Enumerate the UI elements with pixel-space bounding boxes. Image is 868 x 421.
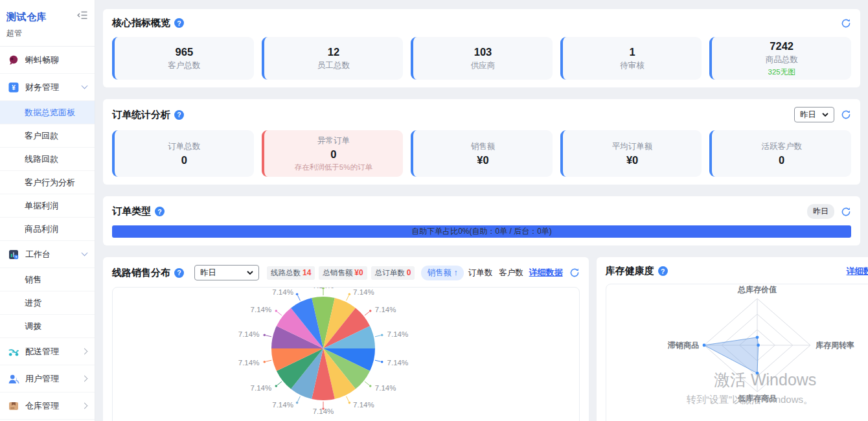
sidebar-subitem-customer-behavior[interactable]: 客户行为分析 — [0, 171, 95, 194]
stat-label: 客户总数 — [168, 60, 200, 71]
route-stat-pill: 线路总数14 — [267, 266, 315, 280]
sidebar-item-delivery[interactable]: 配送管理 — [0, 338, 95, 365]
pie-label: 7.14% — [238, 330, 260, 338]
stat-card: 平均订单额¥0 — [560, 130, 702, 177]
tab-customer-count[interactable]: 客户数 — [497, 266, 525, 280]
stat-label: 商品总数 — [766, 54, 798, 65]
stat-label: 活跃客户数 — [761, 141, 802, 152]
section-header: 库存健康度 ? 详细数据 — [606, 265, 868, 277]
stat-label: 销售额 — [471, 141, 496, 152]
route-pie-chart-box: 7.14%7.14%7.14%7.14%7.14%7.14%7.14%7.14%… — [112, 287, 580, 421]
pie-label: 7.14% — [251, 306, 272, 313]
core-stat-cards: 965客户总数12员工总数103供应商1待审核7242商品总数325无图 — [112, 37, 851, 80]
stat-card: 订单总数0 — [112, 130, 254, 177]
stat-value: ¥0 — [626, 154, 638, 166]
route-pie-chart[interactable]: 7.14%7.14%7.14%7.14%7.14%7.14%7.14%7.14%… — [113, 288, 532, 421]
radar-axis-label: 低库存商品 — [737, 394, 777, 403]
sidebar-subitem-product-profit[interactable]: 商品利润 — [0, 218, 95, 241]
stat-value: 965 — [176, 46, 194, 58]
radar-axis-label: 总库存价值 — [737, 285, 777, 294]
route-stat-pill: 总销售额¥0 — [319, 266, 367, 280]
pie-label: 7.14% — [353, 401, 374, 409]
pie-label: 7.14% — [387, 359, 409, 367]
route-stat-value: 0 — [407, 268, 411, 277]
collapse-sidebar-icon[interactable] — [77, 10, 88, 20]
pie-label: 7.14% — [353, 288, 374, 296]
help-icon[interactable]: ? — [174, 18, 184, 28]
route-stat-pill: 总订单数0 — [371, 266, 415, 280]
orders-period-select[interactable]: 昨日 — [794, 107, 834, 122]
sidebar-subitem-sales[interactable]: 销售 — [0, 268, 95, 291]
inventory-detail-link[interactable]: 详细数据 — [847, 266, 868, 277]
sidebar-item-chat[interactable]: 蝌蚪畅聊 — [0, 47, 95, 74]
pie-label: 7.14% — [238, 359, 260, 367]
stat-label: 订单总数 — [168, 141, 200, 152]
stat-subtext: 存在利润低于5%的订单 — [295, 163, 372, 172]
sidebar-item-warehouse[interactable]: 仓库管理 — [0, 393, 95, 420]
stat-label: 平均订单额 — [612, 141, 653, 152]
tab-sales-amount[interactable]: 销售额 ↑ — [421, 266, 463, 280]
route-period-value: 昨日 — [200, 267, 216, 279]
section-order-stats: 订单统计分析 ? 昨日 订单总数0异常订单0存在利润低于5%的订单销售额¥0平均… — [103, 99, 860, 185]
stat-card: 销售额¥0 — [411, 130, 553, 177]
section-header: 订单统计分析 ? 昨日 — [112, 107, 851, 122]
pie-label: 7.14% — [313, 288, 334, 290]
sidebar-subitem-overview-dashboard[interactable]: 数据总览面板 — [0, 101, 95, 124]
sidebar-menu: 蝌蚪畅聊¥财务管理数据总览面板客户回款线路回款客户行为分析单据利润商品利润工作台… — [0, 47, 95, 420]
inventory-radar-chart[interactable]: 总库存价值库存周转率低库存商品滞销商品 — [606, 284, 868, 421]
delivery-icon — [8, 346, 19, 358]
help-icon[interactable]: ? — [174, 268, 184, 278]
help-icon[interactable]: ? — [155, 207, 165, 216]
svg-text:¥: ¥ — [12, 84, 16, 91]
tab-order-count[interactable]: 订单数 — [466, 266, 495, 280]
section-header: 线路销售分布 ? 昨日 线路总数14总销售额¥0总订单数0 销售额 ↑订单数客户… — [112, 265, 580, 280]
sidebar-subitem-purchase[interactable]: 进货 — [0, 291, 95, 315]
refresh-icon[interactable] — [841, 109, 851, 120]
section-inventory-health: 库存健康度 ? 详细数据 总库存价值库存周转率低库存商品滞销商品 — [597, 257, 868, 421]
route-stat-value: 14 — [303, 268, 311, 277]
section-route-sales: 线路销售分布 ? 昨日 线路总数14总销售额¥0总订单数0 销售额 ↑订单数客户… — [103, 257, 589, 421]
help-icon[interactable]: ? — [658, 266, 668, 276]
chevron-down-icon — [82, 250, 88, 256]
section-title: 线路销售分布 — [112, 267, 170, 279]
sidebar-item-workbench[interactable]: 工作台 — [0, 241, 95, 268]
sidebar-item-finance[interactable]: ¥财务管理 — [0, 74, 95, 101]
bottom-row: 线路销售分布 ? 昨日 线路总数14总销售额¥0总订单数0 销售额 ↑订单数客户… — [103, 257, 860, 421]
route-period-select[interactable]: 昨日 — [194, 265, 259, 280]
sidebar-subitem-order-profit[interactable]: 单据利润 — [0, 194, 95, 218]
section-core-metrics: 核心指标概览 ? 965客户总数12员工总数103供应商1待审核7242商品总数… — [103, 9, 860, 87]
refresh-icon[interactable] — [841, 207, 851, 217]
sidebar-subitem-transfer[interactable]: 调拨 — [0, 315, 95, 338]
finance-icon: ¥ — [8, 82, 19, 93]
pie-label: 7.14% — [313, 407, 334, 415]
section-title: 库存健康度 — [606, 265, 654, 277]
stat-label: 待审核 — [620, 60, 645, 71]
stat-value: 12 — [328, 46, 339, 58]
help-icon[interactable]: ? — [174, 110, 184, 120]
stat-value: 0 — [181, 154, 187, 166]
stat-value: 7242 — [770, 40, 794, 52]
chevron-down-icon — [82, 83, 88, 89]
stat-value: 1 — [629, 46, 635, 58]
inventory-radar-chart-box: 总库存价值库存周转率低库存商品滞销商品 — [606, 284, 868, 421]
route-detail-link[interactable]: 详细数据 — [529, 267, 563, 279]
stat-value: 0 — [779, 154, 784, 166]
sidebar-header: 测试仓库 超管 — [0, 0, 95, 47]
stat-card: 1待审核 — [560, 37, 702, 80]
refresh-icon[interactable] — [841, 18, 851, 28]
sidebar: 测试仓库 超管 蝌蚪畅聊¥财务管理数据总览面板客户回款线路回款客户行为分析单据利… — [0, 0, 95, 421]
sidebar-subitem-route-payment[interactable]: 线路回款 — [0, 148, 95, 171]
stat-card: 965客户总数 — [112, 37, 254, 80]
app: 测试仓库 超管 蝌蚪畅聊¥财务管理数据总览面板客户回款线路回款客户行为分析单据利… — [0, 0, 868, 421]
stat-card: 异常订单0存在利润低于5%的订单 — [262, 130, 404, 177]
sidebar-item-users[interactable]: 用户管理 — [0, 365, 95, 393]
order-type-bar-text: 自助下单占比0%(自助：0单 / 后台：0单) — [411, 226, 552, 237]
order-type-period-tag[interactable]: 昨日 — [807, 204, 834, 219]
refresh-icon[interactable] — [569, 267, 580, 278]
chevron-right-icon — [82, 348, 88, 355]
sidebar-item-label: 蝌蚪畅聊 — [25, 54, 87, 66]
stat-value: 0 — [330, 148, 336, 161]
radar-axis-label: 滞销商品 — [667, 341, 699, 350]
sidebar-subitem-customer-payment[interactable]: 客户回款 — [0, 124, 95, 148]
caret-down-icon — [822, 113, 828, 117]
